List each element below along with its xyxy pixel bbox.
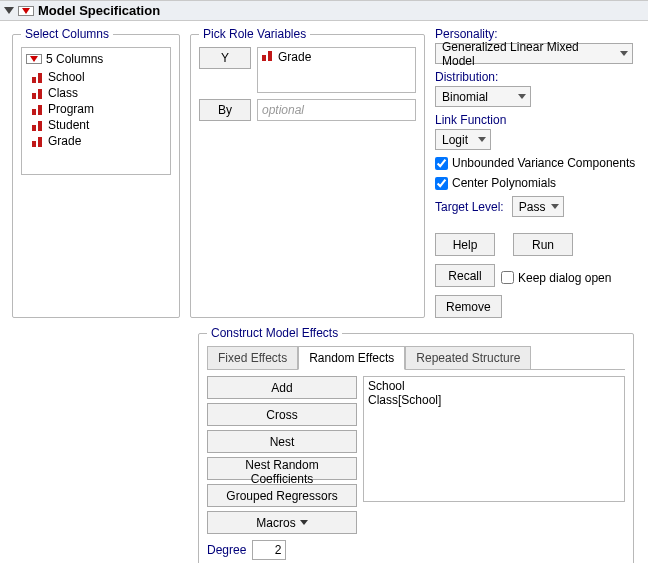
- chevron-down-icon: [518, 94, 526, 99]
- remove-button[interactable]: Remove: [435, 295, 502, 318]
- chevron-down-icon: [478, 137, 486, 142]
- by-placeholder: optional: [262, 103, 304, 117]
- columns-listbox[interactable]: 5 Columns School Class Program Student G…: [21, 47, 171, 175]
- nominal-icon: [32, 88, 44, 99]
- chevron-down-icon: [620, 51, 628, 56]
- columns-count-label: 5 Columns: [46, 52, 103, 66]
- tab-repeated-structure[interactable]: Repeated Structure: [405, 346, 531, 370]
- run-button[interactable]: Run: [513, 233, 573, 256]
- nominal-icon: [32, 104, 44, 115]
- effects-listbox[interactable]: School Class[School]: [363, 376, 625, 502]
- effects-button-column: Add Cross Nest Nest Random Coefficients …: [207, 376, 357, 534]
- cross-effect-button[interactable]: Cross: [207, 403, 357, 426]
- distribution-label: Distribution:: [435, 70, 640, 84]
- nominal-icon: [32, 136, 44, 147]
- degree-label: Degree: [207, 543, 246, 557]
- nominal-icon: [262, 50, 274, 61]
- assign-by-button[interactable]: By: [199, 99, 251, 121]
- assign-y-button[interactable]: Y: [199, 47, 251, 69]
- tab-random-effects[interactable]: Random Effects: [298, 346, 405, 370]
- y-role-box[interactable]: Grade: [257, 47, 416, 93]
- recall-button[interactable]: Recall: [435, 264, 495, 287]
- effect-item[interactable]: Class[School]: [368, 393, 620, 407]
- column-item[interactable]: Student: [26, 117, 166, 133]
- keep-dialog-open-checkbox[interactable]: Keep dialog open: [501, 268, 611, 287]
- construct-legend: Construct Model Effects: [207, 326, 342, 340]
- red-triangle-menu-icon[interactable]: [18, 6, 34, 16]
- column-item[interactable]: School: [26, 69, 166, 85]
- column-item[interactable]: Grade: [26, 133, 166, 149]
- select-columns-legend: Select Columns: [21, 27, 113, 41]
- link-function-select[interactable]: Logit: [435, 129, 491, 150]
- pick-role-group: Pick Role Variables Y Grade By optional: [190, 27, 425, 318]
- effect-item[interactable]: School: [368, 379, 620, 393]
- column-item[interactable]: Class: [26, 85, 166, 101]
- title-bar: Model Specification: [0, 0, 648, 21]
- keep-dialog-open-input[interactable]: [501, 271, 514, 284]
- nest-random-coef-button[interactable]: Nest Random Coefficients: [207, 457, 357, 480]
- target-level-select[interactable]: Pass: [512, 196, 564, 217]
- distribution-select[interactable]: Binomial: [435, 86, 531, 107]
- columns-red-menu-icon[interactable]: [26, 54, 42, 64]
- options-column: Personality: Generalized Linear Mixed Mo…: [435, 27, 640, 318]
- chevron-down-icon: [300, 520, 308, 525]
- construct-model-effects-group: Construct Model Effects Fixed Effects Ra…: [198, 326, 634, 563]
- link-function-label: Link Function: [435, 113, 640, 127]
- select-columns-group: Select Columns 5 Columns School Class Pr…: [12, 27, 180, 318]
- nominal-icon: [32, 120, 44, 131]
- center-polynomials-checkbox[interactable]: Center Polynomials: [435, 176, 640, 190]
- nominal-icon: [32, 72, 44, 83]
- y-role-value: Grade: [278, 50, 311, 64]
- help-button[interactable]: Help: [435, 233, 495, 256]
- unbounded-variance-checkbox[interactable]: Unbounded Variance Components: [435, 156, 640, 170]
- unbounded-variance-input[interactable]: [435, 157, 448, 170]
- effects-tabs: Fixed Effects Random Effects Repeated St…: [207, 346, 625, 370]
- tab-fixed-effects[interactable]: Fixed Effects: [207, 346, 298, 370]
- dialog-title: Model Specification: [38, 3, 160, 18]
- grouped-regressors-button[interactable]: Grouped Regressors: [207, 484, 357, 507]
- personality-select[interactable]: Generalized Linear Mixed Model: [435, 43, 633, 64]
- disclosure-triangle-icon[interactable]: [4, 7, 14, 14]
- degree-input[interactable]: [252, 540, 286, 560]
- chevron-down-icon: [551, 204, 559, 209]
- by-role-box[interactable]: optional: [257, 99, 416, 121]
- target-level-label: Target Level:: [435, 200, 504, 214]
- column-item[interactable]: Program: [26, 101, 166, 117]
- center-polynomials-input[interactable]: [435, 177, 448, 190]
- columns-count-row[interactable]: 5 Columns: [26, 52, 166, 69]
- nest-effect-button[interactable]: Nest: [207, 430, 357, 453]
- add-effect-button[interactable]: Add: [207, 376, 357, 399]
- macros-menu-button[interactable]: Macros: [207, 511, 357, 534]
- pick-role-legend: Pick Role Variables: [199, 27, 310, 41]
